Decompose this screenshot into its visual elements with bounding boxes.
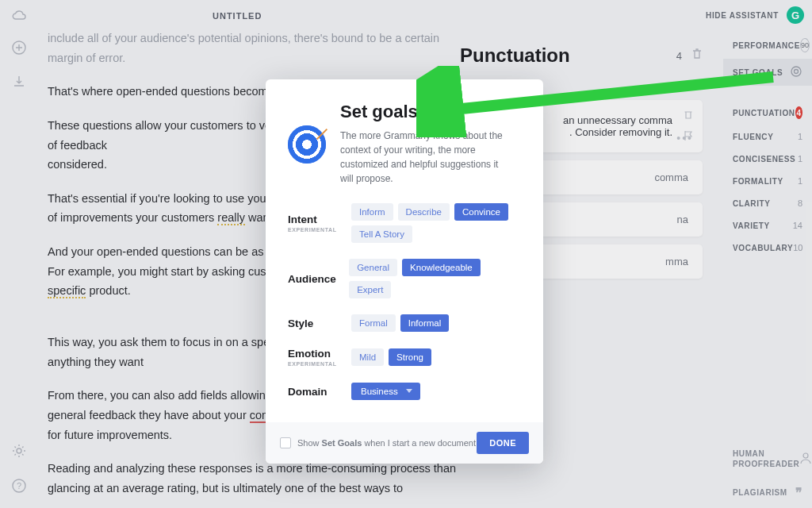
experimental-tag: EXPERIMENTAL (288, 227, 351, 233)
show-goals-label: Show Set Goals when I start a new docume… (297, 438, 476, 448)
emotion-option-strong[interactable]: Strong (389, 348, 431, 366)
intent-option-inform[interactable]: Inform (351, 203, 393, 221)
domain-select[interactable]: Business (351, 383, 420, 400)
style-option-formal[interactable]: Formal (351, 314, 396, 332)
show-goals-checkbox[interactable] (280, 437, 291, 448)
set-goals-modal: Set goals The more Grammarly knows about… (266, 79, 543, 464)
intent-option-describe[interactable]: Describe (398, 203, 450, 221)
audience-label: Audience (288, 273, 349, 285)
emotion-option-mild[interactable]: Mild (351, 348, 384, 366)
style-label: Style (288, 318, 351, 329)
intent-option-convince[interactable]: Convince (454, 203, 508, 221)
intent-label: Intent (288, 214, 351, 225)
audience-option-knowledgeable[interactable]: Knowledgeable (402, 259, 481, 276)
emotion-label: Emotion (288, 348, 351, 360)
experimental-tag: EXPERIMENTAL (288, 361, 351, 367)
modal-description: The more Grammarly knows about the conte… (340, 129, 507, 186)
audience-option-general[interactable]: General (349, 259, 397, 276)
done-button[interactable]: DONE (477, 432, 529, 454)
audience-option-expert[interactable]: Expert (349, 281, 391, 298)
target-icon (288, 125, 326, 164)
modal-title: Set goals (340, 102, 507, 122)
domain-label: Domain (288, 386, 351, 398)
style-option-informal[interactable]: Informal (400, 314, 450, 332)
intent-option-tell-a-story[interactable]: Tell A Story (351, 225, 412, 243)
